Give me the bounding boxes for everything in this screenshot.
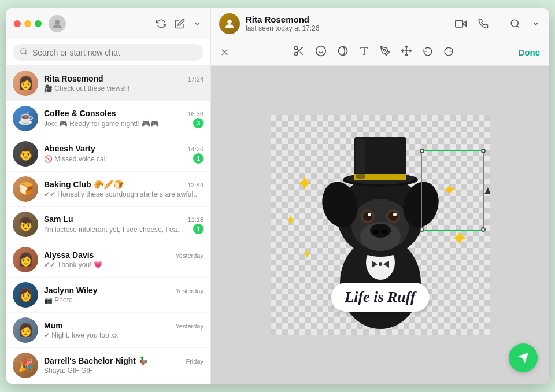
unread-badge: 3	[193, 118, 204, 128]
chat-list: 👩 Rita Rosemond 17:24 🎥 Check out these …	[6, 66, 210, 384]
chat-content: Jaclynn Wiley Yesterday 📷 Photo	[44, 286, 204, 304]
chat-name: Baking Club 🥐🥖🍞	[44, 180, 123, 189]
chat-top: Rita Rosemond 17:24	[44, 74, 204, 83]
traffic-lights	[14, 20, 42, 27]
chat-time: 14:26	[187, 146, 204, 153]
pen-tool-button[interactable]	[380, 46, 390, 59]
menu-chevron-button[interactable]	[192, 19, 202, 29]
chat-name: Jaclynn Wiley	[44, 286, 97, 295]
send-button[interactable]	[509, 343, 538, 372]
chat-avatar: 👩	[13, 282, 38, 308]
chat-preview: ✔ Night, love you too xx	[44, 331, 118, 339]
toolbar-icons	[239, 45, 508, 60]
chat-item[interactable]: ☕ Coffee & Consoles 16:38 Joe: 🎮 Ready f…	[6, 101, 210, 136]
svg-point-26	[379, 262, 382, 266]
unread-badge: 1	[193, 153, 204, 164]
text-tool-button[interactable]	[359, 46, 369, 59]
chat-item[interactable]: 👨 Abeesh Varty 14:26 🚫 Missed voice call…	[6, 136, 210, 172]
search-button[interactable]	[509, 17, 521, 30]
chat-content: Sam Lu 11:18 I'm lactose intolerant yet,…	[44, 215, 204, 234]
sidebar-header	[6, 8, 210, 39]
contact-avatar[interactable]	[219, 13, 240, 34]
chat-top: Sam Lu 11:18	[44, 215, 204, 224]
chat-content: Darrell's Bachelor Night 🦆 Friday Shaya:…	[44, 356, 204, 375]
header-actions	[454, 17, 541, 31]
svg-line-11	[300, 52, 303, 55]
sparkle-1: ✦	[297, 173, 312, 195]
svg-point-32	[382, 230, 387, 234]
chat-item[interactable]: 👨‍👩‍👧 Family 🦍 Wednesday Grandma: 🙌 Happ…	[6, 383, 210, 384]
panel-menu-button[interactable]	[531, 19, 541, 29]
chat-top: Baking Club 🥐🥖🍞 12:44	[44, 180, 204, 189]
traffic-light-yellow[interactable]	[24, 20, 31, 27]
chat-content: Rita Rosemond 17:24 🎥 Check out these vi…	[44, 74, 204, 93]
app-window: 👩 Rita Rosemond 17:24 🎥 Check out these …	[6, 8, 549, 384]
svg-point-3	[227, 19, 231, 23]
emoji-tool-button[interactable]	[315, 45, 327, 60]
chat-panel: Rita Rosemond last seen today at 17:26	[211, 8, 549, 384]
contact-info: Rita Rosemond last seen today at 17:26	[246, 14, 448, 32]
chat-avatar: 👨	[13, 141, 38, 167]
voice-call-button[interactable]	[477, 17, 490, 30]
refresh-button[interactable]	[155, 17, 168, 30]
life-is-ruff-banner: Life is Ruff	[331, 283, 429, 312]
chat-item[interactable]: 👩 Rita Rosemond 17:24 🎥 Check out these …	[6, 66, 210, 101]
life-is-ruff-text: Life is Ruff	[345, 289, 415, 305]
chat-content: Alyssa Davis Yesterday ✔✔ Thank you! 💗	[44, 250, 204, 269]
svg-point-16	[339, 47, 347, 56]
search-input[interactable]	[32, 48, 197, 57]
svg-point-38	[393, 213, 397, 216]
chat-avatar: 🍞	[13, 176, 38, 202]
done-button[interactable]: Done	[519, 47, 541, 57]
chat-preview: I'm lactose intolerant yet, I see cheese…	[44, 225, 183, 234]
chat-preview: 🚫 Missed voice call	[44, 155, 107, 163]
svg-point-37	[368, 213, 371, 216]
chat-content: Coffee & Consoles 16:38 Joe: 🎮 Ready for…	[44, 109, 204, 128]
chat-top: Mum Yesterday	[44, 321, 204, 330]
chat-name: Alyssa Davis	[44, 250, 94, 260]
traffic-light-red[interactable]	[14, 20, 21, 27]
redo-button[interactable]	[443, 46, 454, 59]
svg-point-31	[373, 230, 379, 234]
svg-line-2	[25, 53, 27, 55]
compose-button[interactable]	[173, 17, 186, 30]
search-input-wrap[interactable]	[13, 44, 204, 61]
sticker-canvas: ✦ ✦ ✦ ✦ ✦ ▲ Life is Ruff	[271, 115, 490, 335]
undo-button[interactable]	[423, 46, 433, 59]
profile-avatar[interactable]	[49, 15, 66, 32]
chat-panel-header: Rita Rosemond last seen today at 17:26	[211, 8, 549, 39]
chat-avatar: 👩	[13, 317, 38, 343]
svg-point-35	[363, 212, 372, 221]
chat-item[interactable]: 👩 Jaclynn Wiley Yesterday 📷 Photo	[6, 278, 210, 313]
sparkle-4: ✦	[443, 182, 456, 199]
svg-line-12	[297, 49, 299, 51]
chat-item[interactable]: 👦 Sam Lu 11:18 I'm lactose intolerant ye…	[6, 207, 210, 242]
video-call-button[interactable]	[454, 17, 468, 31]
search-bar	[6, 39, 210, 66]
chat-content: Mum Yesterday ✔ Night, love you too xx	[44, 321, 204, 339]
svg-marker-4	[462, 21, 466, 25]
chat-preview: 🎥 Check out these views!!!	[44, 84, 130, 93]
chat-time: 16:38	[187, 110, 204, 117]
chat-preview: ✔✔ Honestly these sourdough starters are…	[44, 190, 199, 198]
chat-name: Darrell's Bachelor Night 🦆	[44, 356, 148, 365]
svg-point-36	[388, 212, 398, 221]
chat-name: Abeesh Varty	[44, 144, 95, 153]
sticker-toolbar: ✕	[211, 39, 549, 66]
crop-circle-button[interactable]	[337, 45, 349, 60]
header-divider	[499, 18, 500, 29]
sparkle-2: ✦	[285, 213, 295, 228]
chat-item[interactable]: 🍞 Baking Club 🥐🥖🍞 12:44 ✔✔ Honestly thes…	[6, 172, 210, 207]
chat-top: Jaclynn Wiley Yesterday	[44, 286, 204, 295]
chat-preview: Joe: 🎮 Ready for game night!! 🎮🎮	[44, 120, 159, 128]
chat-item[interactable]: 👩 Alyssa Davis Yesterday ✔✔ Thank you! 💗	[6, 242, 210, 278]
scissors-tool-button[interactable]	[293, 45, 305, 60]
chat-avatar: 👦	[13, 212, 38, 237]
chat-item[interactable]: 👩 Mum Yesterday ✔ Night, love you too xx	[6, 313, 210, 348]
traffic-light-green[interactable]	[35, 20, 42, 27]
crop-transform-button[interactable]	[401, 45, 412, 60]
chat-item[interactable]: 🎉 Darrell's Bachelor Night 🦆 Friday Shay…	[6, 348, 210, 383]
chat-time: Yesterday	[175, 323, 204, 330]
svg-point-6	[511, 20, 518, 27]
close-button[interactable]: ✕	[220, 46, 229, 59]
